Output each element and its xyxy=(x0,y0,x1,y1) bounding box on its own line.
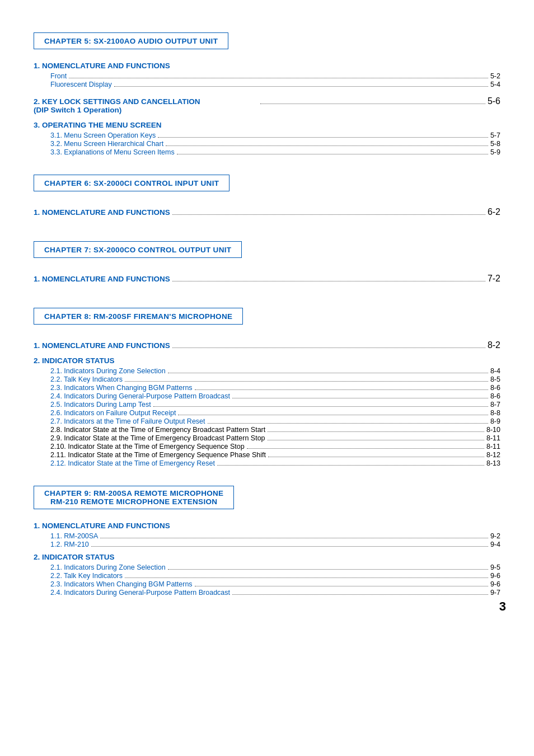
dots xyxy=(168,373,488,373)
chapter7-title: CHAPTER 7: SX-2000CO CONTROL OUTPUT UNIT xyxy=(44,246,231,254)
entry-text: 3.1. Menu Screen Operation Keys xyxy=(50,132,156,139)
table-row: 2.8. Indicator State at the Time of Emer… xyxy=(34,426,500,434)
dots xyxy=(195,389,488,390)
dots xyxy=(268,457,484,457)
entry-text: 2.11. Indicator State at the Time of Eme… xyxy=(50,451,266,459)
table-row: 2.4. Indicators During General-Purpose P… xyxy=(34,392,500,400)
table-row: 2.4. Indicators During General-Purpose P… xyxy=(34,589,500,597)
entry-text: 2.3. Indicators When Changing BGM Patter… xyxy=(50,384,193,392)
entry-text: 2.1. Indicators During Zone Selection xyxy=(50,564,166,571)
page-num: 8-6 xyxy=(490,392,500,400)
chapter5-section1: 1. NOMENCLATURE AND FUNCTIONS Front 5-2 … xyxy=(34,62,500,88)
page-num: 5-2 xyxy=(490,72,500,80)
page-num: 9-6 xyxy=(490,580,500,588)
page-num: 9-4 xyxy=(490,541,500,548)
dots xyxy=(168,569,488,570)
dots xyxy=(232,398,488,398)
page-num: 8-13 xyxy=(486,459,500,467)
page-num: 8-11 xyxy=(486,443,500,450)
dots xyxy=(125,577,488,578)
page-num: 5-6 xyxy=(488,96,500,106)
entry-text: 3.3. Explanations of Menu Screen Items xyxy=(50,148,175,156)
chapter7-box: CHAPTER 7: SX-2000CO CONTROL OUTPUT UNIT xyxy=(34,231,500,265)
entry-text: 2.6. Indicators on Failure Output Receip… xyxy=(50,409,176,417)
entry-text: 2.4. Indicators During General-Purpose P… xyxy=(50,392,230,400)
chapter9-box: CHAPTER 9: RM-200SA REMOTE MICROPHONE RM… xyxy=(34,476,500,516)
ch5-s2-heading: 2. KEY LOCK SETTINGS AND CANCELLATION (D… xyxy=(34,97,258,114)
dots xyxy=(195,586,488,586)
chapter9-section2: 2. INDICATOR STATUS 2.1. Indicators Duri… xyxy=(34,553,500,597)
table-row: 2.5. Indicators During Lamp Test 8-7 xyxy=(34,401,500,408)
entry-text: 2.2. Talk Key Indicators xyxy=(50,375,123,383)
page-num: 5-9 xyxy=(490,148,500,156)
page-num: 5-7 xyxy=(490,132,500,139)
chapter6-section1: 1. NOMENCLATURE AND FUNCTIONS 6-2 xyxy=(34,204,500,219)
entry-text: 2.4. Indicators During General-Purpose P… xyxy=(50,589,230,597)
dots xyxy=(166,145,488,146)
page-content: CHAPTER 5: SX-2100AO AUDIO OUTPUT UNIT 1… xyxy=(0,0,534,631)
entry-text: Front xyxy=(50,72,67,80)
page-num: 8-9 xyxy=(490,417,500,425)
dots xyxy=(69,78,488,78)
page-num: 8-10 xyxy=(486,426,500,434)
dots xyxy=(100,538,488,538)
table-row: 2.10. Indicator State at the Time of Eme… xyxy=(34,443,500,450)
entry-text: 2.1. Indicators During Zone Selection xyxy=(50,367,166,375)
page-num: 8-12 xyxy=(486,451,500,459)
page-num: 8-7 xyxy=(490,401,500,408)
dots xyxy=(268,440,484,440)
chapter8-title: CHAPTER 8: RM-200SF FIREMAN'S MICROPHONE xyxy=(44,312,232,321)
table-row: Front 5-2 xyxy=(34,72,500,80)
page-num: 6-2 xyxy=(488,207,500,217)
table-row: 2.2. Talk Key Indicators 8-5 xyxy=(34,375,500,383)
dots xyxy=(217,465,484,466)
table-row: 2.1. Indicators During Zone Selection 8-… xyxy=(34,367,500,375)
entry-text: 2.5. Indicators During Lamp Test xyxy=(50,401,151,408)
chapter6-box: CHAPTER 6: SX-2000CI CONTROL INPUT UNIT xyxy=(34,165,500,198)
ch5-s3-heading: 3. OPERATING THE MENU SCREEN xyxy=(34,121,500,129)
table-row: 2.3. Indicators When Changing BGM Patter… xyxy=(34,580,500,588)
ch8-s1-heading: 1. NOMENCLATURE AND FUNCTIONS xyxy=(34,341,170,350)
entry-text: 2.3. Indicators When Changing BGM Patter… xyxy=(50,580,193,588)
dots xyxy=(91,546,488,547)
chapter5-section3: 3. OPERATING THE MENU SCREEN 3.1. Menu S… xyxy=(34,121,500,156)
entry-text: 3.2. Menu Screen Hierarchical Chart xyxy=(50,140,163,148)
dots xyxy=(125,381,488,382)
page-num: 7-2 xyxy=(488,274,500,284)
page-num: 9-5 xyxy=(490,564,500,571)
ch9-s1-heading: 1. NOMENCLATURE AND FUNCTIONS xyxy=(34,522,500,530)
entry-text: 2.9. Indicator State at the Time of Emer… xyxy=(50,434,265,442)
table-row: 2.6. Indicators on Failure Output Receip… xyxy=(34,409,500,417)
dots xyxy=(247,448,484,449)
entry-text: 2.8. Indicator State at the Time of Emer… xyxy=(50,426,265,434)
page-num: 9-2 xyxy=(490,532,500,540)
dots xyxy=(158,137,488,138)
chapter8-section2: 2. INDICATOR STATUS 2.1. Indicators Duri… xyxy=(34,356,500,467)
table-row: 2.7. Indicators at the Time of Failure O… xyxy=(34,417,500,425)
ch8-s2-heading: 2. INDICATOR STATUS xyxy=(34,356,500,365)
dots xyxy=(153,406,488,407)
page-num: 8-11 xyxy=(486,434,500,442)
page-num: 9-7 xyxy=(490,589,500,597)
ch6-s1-heading: 1. NOMENCLATURE AND FUNCTIONS xyxy=(34,208,170,217)
ch7-s1-heading: 1. NOMENCLATURE AND FUNCTIONS xyxy=(34,275,170,283)
page-num: 8-4 xyxy=(490,367,500,375)
chapter5-section2: 2. KEY LOCK SETTINGS AND CANCELLATION (D… xyxy=(34,93,500,116)
dots xyxy=(232,594,488,595)
table-row: 2.9. Indicator State at the Time of Emer… xyxy=(34,434,500,442)
table-row: 2.2. Talk Key Indicators 9-6 xyxy=(34,572,500,580)
page-num: 8-2 xyxy=(488,340,500,350)
entry-text: 2.10. Indicator State at the Time of Eme… xyxy=(50,443,245,450)
table-row: 2.12. Indicator State at the Time of Eme… xyxy=(34,459,500,467)
page-num: 8-5 xyxy=(490,375,500,383)
table-row: 2.11. Indicator State at the Time of Eme… xyxy=(34,451,500,459)
page-num: 5-4 xyxy=(490,81,500,88)
chapter5-title: CHAPTER 5: SX-2100AO AUDIO OUTPUT UNIT xyxy=(44,37,218,45)
ch5-s1-heading: 1. NOMENCLATURE AND FUNCTIONS xyxy=(34,62,500,70)
entry-text: Fluorescent Display xyxy=(50,81,112,88)
chapter9-title-line1: CHAPTER 9: RM-200SA REMOTE MICROPHONE xyxy=(44,489,223,497)
table-row: 3.3. Explanations of Menu Screen Items 5… xyxy=(34,148,500,156)
entry-text: 2.7. Indicators at the Time of Failure O… xyxy=(50,417,205,425)
table-row: 1.2. RM-210 9-4 xyxy=(34,541,500,548)
table-row: 1.1. RM-200SA 9-2 xyxy=(34,532,500,540)
